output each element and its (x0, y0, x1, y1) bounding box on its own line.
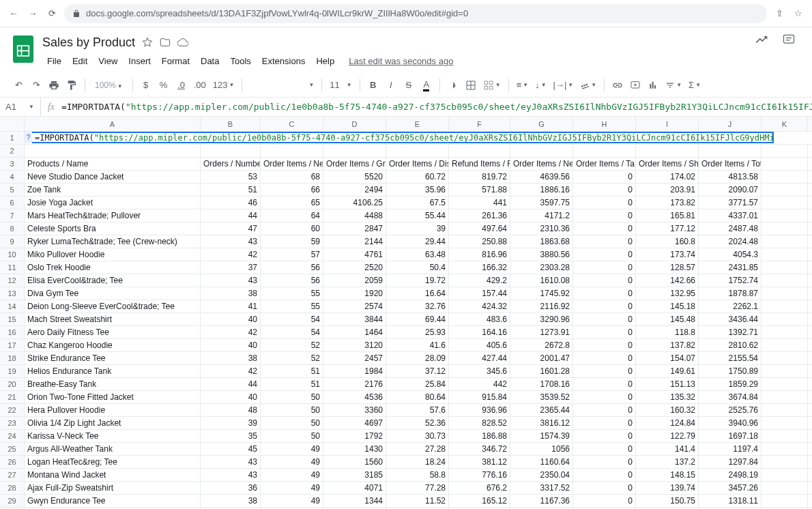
cell[interactable]: 132.95 (636, 287, 699, 300)
cell[interactable]: 2520 (323, 261, 386, 274)
cell[interactable]: 65 (261, 197, 323, 209)
cell[interactable]: 3185 (323, 469, 386, 481)
cell[interactable]: 497.64 (449, 222, 510, 235)
cell[interactable]: 44 (201, 378, 261, 390)
row-header[interactable]: 10 (0, 248, 25, 261)
cell[interactable]: Orders / Number (201, 158, 261, 170)
cell[interactable]: 160.32 (636, 404, 699, 416)
cell[interactable]: 4106.25 (323, 197, 386, 209)
cell[interactable]: 80.64 (386, 391, 449, 403)
cell[interactable]: 37.12 (386, 365, 449, 377)
cell[interactable] (762, 235, 808, 248)
cell[interactable] (762, 443, 808, 455)
row-header[interactable]: 12 (0, 274, 25, 287)
cell[interactable]: 2525.76 (699, 404, 762, 416)
cell[interactable]: 0 (573, 222, 636, 235)
cell[interactable]: 1610.08 (510, 274, 573, 287)
cell[interactable]: 151.13 (636, 378, 699, 390)
cell[interactable]: Olivia 1/4 Zip Light Jacket (25, 417, 201, 429)
cell[interactable]: Gwyn Endurance Tee (25, 495, 201, 507)
cell[interactable]: 2310.36 (510, 222, 573, 235)
cell[interactable]: 3844 (323, 313, 386, 325)
cell[interactable]: 69.44 (386, 313, 449, 325)
cell[interactable]: 47 (201, 222, 261, 235)
cell[interactable]: 1920 (323, 287, 386, 300)
merge-cells-icon[interactable]: ▼ (481, 77, 503, 93)
cell[interactable]: 141.4 (636, 443, 699, 455)
cell[interactable]: 0 (573, 300, 636, 312)
currency-button[interactable]: $ (139, 77, 154, 93)
cell[interactable]: 1430 (323, 443, 386, 455)
cell[interactable]: 819.72 (449, 171, 510, 183)
cell[interactable]: 1574.39 (510, 430, 573, 442)
cell[interactable]: 39 (201, 417, 261, 429)
cell[interactable]: 203.91 (636, 184, 699, 196)
cell[interactable]: Montana Wind Jacket (25, 469, 201, 481)
comment-icon[interactable] (782, 33, 796, 46)
cell[interactable] (762, 469, 808, 481)
cell[interactable]: 186.88 (449, 430, 510, 442)
cell[interactable]: 2144 (323, 235, 386, 248)
cell-reference[interactable]: A1▼ (0, 98, 41, 116)
menu-insert[interactable]: Insert (124, 53, 156, 69)
col-header-F[interactable]: F (449, 117, 510, 131)
doc-title[interactable]: Sales by Product (42, 35, 135, 50)
cell[interactable]: 51 (261, 365, 323, 377)
halign-icon[interactable]: ≡▼ (514, 77, 531, 93)
cell[interactable]: 1750.89 (699, 365, 762, 377)
cell[interactable]: 52.36 (386, 417, 449, 429)
cell[interactable]: 2116.92 (510, 300, 573, 312)
cell[interactable]: Elisa EverCool&trade; Tee (25, 274, 201, 287)
cell[interactable]: 1697.18 (699, 430, 762, 442)
cell[interactable]: 38 (201, 287, 261, 300)
cell[interactable]: Deion Long-Sleeve EverCool&trade; Tee (25, 300, 201, 312)
cell[interactable]: 55 (261, 300, 323, 312)
borders-icon[interactable] (463, 77, 478, 93)
cell[interactable] (25, 145, 201, 157)
cell[interactable]: 67.5 (386, 197, 449, 209)
cell[interactable]: 0 (573, 339, 636, 351)
cell[interactable]: 2498.19 (699, 469, 762, 481)
cell[interactable]: 1601.28 (510, 365, 573, 377)
cell[interactable] (762, 456, 808, 468)
cell[interactable]: 124.84 (636, 417, 699, 429)
cell[interactable]: 40 (201, 391, 261, 403)
cell[interactable]: 0 (573, 482, 636, 494)
cell[interactable]: 0 (573, 326, 636, 338)
cell[interactable]: 64 (261, 209, 323, 222)
move-icon[interactable] (160, 37, 171, 48)
font-selector[interactable]: ▼ (248, 77, 316, 93)
cell[interactable]: Mach Street Sweatshirt (25, 313, 201, 325)
strikethrough-button[interactable]: S (401, 77, 416, 93)
cell[interactable]: 42 (201, 326, 261, 338)
cell[interactable]: 50 (261, 404, 323, 416)
cell[interactable]: 32.76 (386, 300, 449, 312)
cell[interactable]: 139.74 (636, 482, 699, 494)
cell[interactable]: 250.88 (449, 235, 510, 248)
cell[interactable]: 66 (261, 184, 323, 196)
cell[interactable]: 0 (573, 443, 636, 455)
cell[interactable]: 3597.75 (510, 197, 573, 209)
cell[interactable]: 3940.96 (699, 417, 762, 429)
font-size-selector[interactable]: 11▼ (328, 77, 353, 93)
cell[interactable]: 49 (261, 482, 323, 494)
italic-button[interactable]: I (383, 77, 398, 93)
cell[interactable]: 135.32 (636, 391, 699, 403)
cell[interactable]: 53 (201, 171, 261, 183)
text-color-button[interactable]: A (419, 77, 434, 93)
cell[interactable]: 63.48 (386, 248, 449, 261)
menu-view[interactable]: View (93, 53, 122, 69)
cell[interactable]: 4697 (323, 417, 386, 429)
cell[interactable]: 2090.07 (699, 184, 762, 196)
cell[interactable]: 43 (201, 469, 261, 481)
cell[interactable]: 49 (261, 469, 323, 481)
cell[interactable]: 4813.58 (699, 171, 762, 183)
cell[interactable]: 0 (573, 469, 636, 481)
cell[interactable]: 16.64 (386, 287, 449, 300)
cell[interactable]: 56 (261, 274, 323, 287)
cell[interactable]: 44 (201, 209, 261, 222)
cell[interactable] (762, 495, 808, 507)
menu-edit[interactable]: Edit (68, 53, 92, 69)
valign-icon[interactable]: ↓▼ (533, 77, 548, 93)
last-edit[interactable]: Last edit was seconds ago (349, 56, 453, 66)
